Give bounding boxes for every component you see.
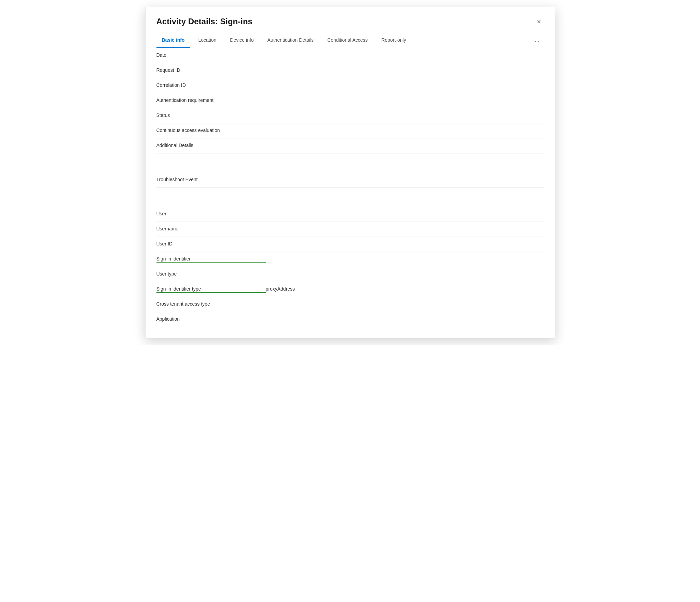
field-label-sign-in-identifier-type: Sign-in identifier type <box>156 286 266 292</box>
field-label-continuous-access-evaluation: Continuous access evaluation <box>156 128 266 133</box>
more-tabs-button[interactable]: ... <box>530 34 544 48</box>
field-row-sign-in-identifier: Sign-in identifier <box>156 252 544 267</box>
field-row-sign-in-identifier-type: Sign-in identifier type proxyAddress <box>156 282 544 297</box>
field-label-user: User <box>156 211 266 216</box>
field-row-troubleshoot-event: Troubleshoot Event <box>156 173 544 188</box>
dialog-title: Activity Details: Sign-ins <box>156 17 252 26</box>
field-label-user-type: User type <box>156 271 266 277</box>
spacer-4 <box>156 197 544 207</box>
field-row-user-id: User ID <box>156 237 544 252</box>
field-row-continuous-access-evaluation: Continuous access evaluation <box>156 123 544 138</box>
tab-conditional-access[interactable]: Conditional Access <box>322 33 373 48</box>
field-row-correlation-id: Correlation ID <box>156 78 544 93</box>
field-row-status: Status <box>156 108 544 123</box>
field-label-user-id: User ID <box>156 241 266 246</box>
field-label-sign-in-identifier: Sign-in identifier <box>156 256 266 262</box>
tab-authentication-details[interactable]: Authentication Details <box>262 33 319 48</box>
tab-basic-info[interactable]: Basic info <box>156 33 190 48</box>
close-button[interactable]: × <box>534 17 544 26</box>
field-label-cross-tenant-access-type: Cross tenant access type <box>156 301 266 307</box>
field-label-request-id: Request ID <box>156 67 266 73</box>
dialog-header: Activity Details: Sign-ins × <box>146 7 555 26</box>
field-row-user: User <box>156 207 544 222</box>
field-row-date: Date <box>156 48 544 63</box>
field-row-authentication-requirement: Authentication requirement <box>156 93 544 108</box>
tabs-bar: Basic info Location Device info Authenti… <box>146 33 555 48</box>
field-label-application: Application <box>156 316 266 322</box>
field-label-status: Status <box>156 112 266 118</box>
field-row-user-type: User type <box>156 267 544 282</box>
field-label-troubleshoot-event: Troubleshoot Event <box>156 177 266 182</box>
field-row-username: Username <box>156 222 544 237</box>
field-label-additional-details: Additional Details <box>156 143 266 148</box>
tab-location[interactable]: Location <box>193 33 222 48</box>
field-label-authentication-requirement: Authentication requirement <box>156 97 266 103</box>
field-label-username: Username <box>156 226 266 231</box>
spacer-2 <box>156 163 544 173</box>
tab-device-info[interactable]: Device info <box>224 33 259 48</box>
field-row-cross-tenant-access-type: Cross tenant access type <box>156 297 544 312</box>
content-area: Date Request ID Correlation ID Authentic… <box>146 48 555 338</box>
spacer-3 <box>156 188 544 197</box>
field-row-request-id: Request ID <box>156 63 544 78</box>
tab-report-only[interactable]: Report-only <box>376 33 411 48</box>
field-row-additional-details: Additional Details <box>156 138 544 153</box>
field-label-correlation-id: Correlation ID <box>156 82 266 88</box>
field-label-date: Date <box>156 52 266 58</box>
field-row-application: Application <box>156 312 544 327</box>
field-value-sign-in-identifier-type: proxyAddress <box>266 286 544 292</box>
activity-details-dialog: Activity Details: Sign-ins × Basic info … <box>145 7 555 338</box>
spacer-1 <box>156 153 544 163</box>
